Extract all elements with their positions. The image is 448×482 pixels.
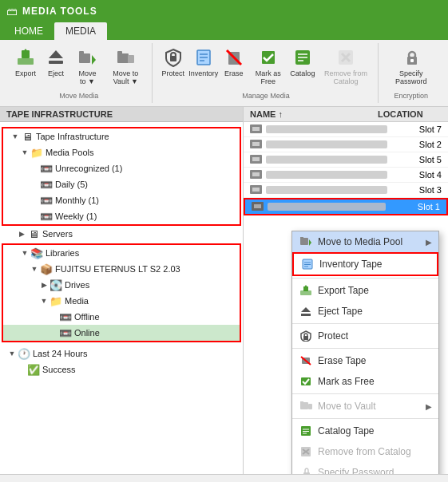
move-to-button[interactable]: Move to ▼ — [72, 43, 103, 89]
eject-label: Eject — [48, 69, 64, 77]
catalog-button[interactable]: Catalog — [288, 43, 317, 89]
svg-rect-39 — [252, 188, 260, 192]
move-to-media-pool-icon — [299, 235, 313, 249]
tree-item-unrecognized[interactable]: 📼 Unrecognized (1) — [3, 160, 240, 176]
tree-item-weekly[interactable]: 📼 Weekly (1) — [3, 208, 240, 224]
eject-button[interactable]: Eject — [42, 43, 70, 89]
weekly-icon: 📼 — [40, 210, 53, 223]
tree-item-success[interactable]: ✅ Success — [0, 362, 243, 377]
table-row-selected[interactable]: Slot 1 — [244, 198, 448, 215]
context-menu-separator-1 — [292, 278, 438, 279]
context-menu: Move to Media Pool ▶ Inventory Tape Expo… — [291, 231, 439, 474]
servers-label: Servers — [42, 229, 73, 239]
move-to-vault-button[interactable]: Move to Vault ▼ — [105, 43, 147, 89]
tape-infrastructure-icon: 🖥 — [21, 130, 34, 143]
toggle-libraries[interactable]: ▼ — [19, 247, 30, 259]
toggle-media-pools[interactable]: ▼ — [19, 147, 30, 158]
svg-rect-6 — [79, 51, 84, 54]
export-label: Export — [15, 69, 36, 77]
tab-home[interactable]: HOME — [3, 22, 54, 40]
context-menu-separator-3 — [292, 348, 438, 349]
move-to-vault-icon — [114, 46, 137, 69]
inventory-button[interactable]: Inventory — [189, 43, 218, 89]
erase-button[interactable]: Erase — [220, 43, 248, 89]
context-menu-separator-5 — [292, 418, 438, 419]
table-row[interactable]: Slot 3 — [244, 183, 448, 198]
mark-free-ctx-icon — [299, 374, 313, 389]
tree-item-drives[interactable]: ▶ 💽 Drives — [3, 277, 240, 293]
tree-item-media-pools[interactable]: ▼ 📁 Media Pools — [3, 144, 240, 160]
context-menu-item-protect[interactable]: Protect — [292, 326, 438, 346]
media-icon: 📁 — [50, 294, 62, 307]
manage-media-label: Manage Media — [242, 92, 290, 100]
table-row[interactable]: Slot 4 — [244, 168, 448, 183]
svg-rect-59 — [300, 402, 308, 409]
toggle-weekly — [29, 211, 40, 222]
move-to-vault-arrow: ▶ — [426, 402, 432, 411]
protect-button[interactable]: Protect — [159, 43, 188, 89]
svg-rect-8 — [117, 53, 129, 63]
toggle-media[interactable]: ▼ — [38, 295, 50, 306]
svg-point-12 — [171, 53, 176, 57]
app-icon: 🗃 — [6, 5, 18, 18]
eject-tape-icon — [299, 304, 313, 318]
tree-item-monthly[interactable]: 📼 Monthly (1) — [3, 192, 240, 208]
tree-item-fujitsu[interactable]: ▼ 📦 FUJITSU ETERNUS LT S2 2.03 — [3, 261, 240, 277]
row-name-5 — [266, 186, 387, 194]
tree-item-daily[interactable]: 📼 Daily (5) — [3, 176, 240, 192]
inventory-tape-icon — [300, 257, 315, 271]
specify-password-button[interactable]: Specify Password — [385, 43, 437, 89]
context-menu-item-inventory-tape[interactable]: Inventory Tape — [292, 252, 438, 276]
context-menu-item-mark-free[interactable]: Mark as Free — [292, 371, 438, 392]
tree-item-last24[interactable]: ▼ 🕐 Last 24 Hours — [0, 346, 243, 362]
context-menu-item-move-to-media-pool[interactable]: Move to Media Pool ▶ — [292, 231, 438, 252]
export-tape-label: Export Tape — [318, 285, 369, 296]
success-icon: ✅ — [27, 363, 40, 376]
tree-item-online[interactable]: 📼 Online — [3, 325, 240, 341]
context-menu-item-remove-catalog[interactable]: Remove from Catalog — [292, 441, 438, 462]
fujitsu-label: FUJITSU ETERNUS LT S2 2.03 — [55, 264, 180, 274]
table-row[interactable]: Slot 7 — [244, 122, 448, 137]
tree-item-tape-infrastructure[interactable]: ▼ 🖥 Tape Infrastructure — [3, 128, 240, 144]
context-menu-item-eject-tape[interactable]: Eject Tape — [292, 301, 438, 322]
row-name-1 — [266, 125, 387, 133]
context-menu-item-erase-tape[interactable]: Erase Tape — [292, 350, 438, 371]
last24-label: Last 24 Hours — [33, 349, 87, 358]
inventory-tape-label: Inventory Tape — [319, 259, 383, 270]
table-row[interactable]: Slot 5 — [244, 152, 448, 168]
right-panel: NAME ↑ LOCATION Slot 7 Slot 2 Slot 5 — [244, 107, 448, 474]
toggle-servers[interactable]: ▶ — [16, 228, 27, 239]
tree-item-libraries[interactable]: ▼ 📚 Libraries — [3, 245, 240, 261]
row-loc-1: Slot 7 — [394, 124, 442, 134]
remove-catalog-ctx-icon — [299, 444, 313, 459]
move-media-buttons: Export Eject Move to ▼ Move to Vault ▼ — [11, 43, 147, 89]
context-menu-item-catalog-tape[interactable]: Catalog Tape — [292, 421, 438, 441]
tree-item-servers[interactable]: ▶ 🖥 Servers — [0, 226, 243, 242]
ribbon-tabs: HOME MEDIA — [0, 22, 448, 40]
context-menu-item-move-to-vault[interactable]: Move to Vault ▶ — [292, 396, 438, 417]
title-text: MEDIA TOOLS — [22, 6, 97, 17]
inventory-icon — [192, 46, 215, 69]
fujitsu-icon: 📦 — [40, 263, 53, 275]
toggle-last24[interactable]: ▼ — [6, 348, 18, 359]
erase-tape-icon — [299, 354, 313, 368]
tree-item-media[interactable]: ▼ 📁 Media — [3, 293, 240, 309]
eject-icon — [45, 46, 67, 69]
row-loc-6: Slot 1 — [392, 202, 440, 211]
table-row[interactable]: Slot 2 — [244, 137, 448, 152]
context-menu-item-specify-password[interactable]: Specify Password — [292, 462, 438, 474]
tree-item-offline[interactable]: 📼 Offline — [3, 309, 240, 325]
svg-rect-33 — [252, 142, 260, 146]
toggle-tape-infrastructure[interactable]: ▼ — [10, 131, 21, 142]
toggle-fujitsu[interactable]: ▼ — [29, 263, 40, 275]
protect-ctx-icon — [299, 329, 313, 343]
export-button[interactable]: Export — [11, 43, 40, 89]
online-label: Online — [74, 328, 100, 338]
mark-free-label: Mark as Free — [255, 69, 282, 85]
toggle-drives[interactable]: ▶ — [38, 279, 50, 290]
tab-media[interactable]: MEDIA — [54, 22, 107, 40]
libraries-label: Libraries — [46, 248, 79, 258]
remove-catalog-button[interactable]: Remove from Catalog — [319, 43, 373, 89]
mark-free-button[interactable]: Mark as Free — [250, 43, 287, 89]
context-menu-item-export-tape[interactable]: Export Tape — [292, 280, 438, 301]
